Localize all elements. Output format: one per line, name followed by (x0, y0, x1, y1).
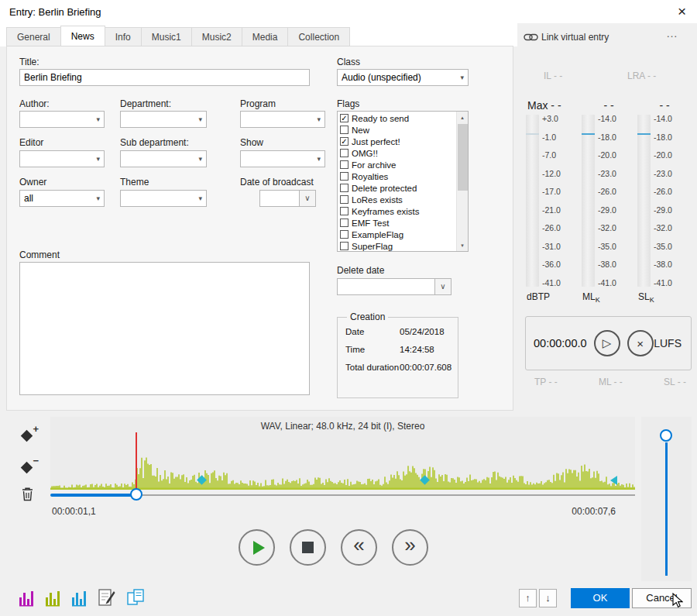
theme-select[interactable]: ▾ (120, 190, 207, 207)
tab-general[interactable]: General (6, 27, 61, 46)
flag-item[interactable]: ExampleFlag (338, 229, 456, 240)
previous-entry-button[interactable]: ↑ (519, 589, 537, 607)
show-select[interactable]: ▾ (240, 150, 325, 167)
checkbox-icon[interactable] (340, 219, 348, 227)
author-select[interactable]: ▾ (19, 111, 105, 128)
measure-reset-button[interactable]: × (627, 330, 654, 356)
checkbox-icon[interactable] (340, 160, 348, 169)
flag-item[interactable]: LoRes exists (338, 194, 456, 205)
editor-select[interactable]: ▾ (19, 150, 105, 167)
flag-item[interactable]: New (338, 124, 456, 136)
owner-select[interactable]: all▾ (19, 190, 105, 207)
chevron-down-icon[interactable]: ∨ (300, 190, 316, 207)
delete-date-value[interactable] (337, 278, 435, 295)
checkbox-icon[interactable] (340, 172, 348, 181)
waveform-display[interactable]: WAV, Linear; 48.0 kHz, 24 bit (I), Stere… (50, 417, 635, 490)
flag-item[interactable]: ✓Just perfect! (338, 136, 456, 147)
lufs-measure-panel: 00:00:00.0 ▷ × LUFS (525, 316, 692, 370)
chevron-down-icon: ▾ (93, 115, 100, 123)
checkbox-icon[interactable]: ✓ (340, 114, 348, 122)
creation-duration-row: Total duration 00:00:07.608 (345, 363, 458, 372)
meter-target-line (526, 133, 539, 135)
remove-marker-button[interactable]: − (20, 459, 40, 477)
flag-item[interactable]: Keyframes exists (338, 205, 456, 217)
broadcast-date-value[interactable] (259, 190, 300, 207)
checkbox-icon[interactable] (340, 126, 348, 134)
delete-date-picker[interactable]: ∨ (337, 278, 452, 295)
tab-music1[interactable]: Music1 (141, 27, 192, 46)
program-label: Program (240, 98, 276, 109)
volume-track[interactable] (665, 442, 668, 576)
next-entry-button[interactable]: ↓ (539, 589, 557, 607)
more-options-icon[interactable]: … (666, 26, 678, 40)
play-button[interactable] (239, 529, 275, 566)
creation-time-value: 14:24:58 (400, 345, 434, 354)
meter-unit-label: dBTP (526, 287, 580, 304)
waveform-blue-icon[interactable] (70, 587, 90, 608)
chevron-down-icon: ▾ (93, 194, 100, 202)
tab-info[interactable]: Info (105, 27, 142, 46)
tab-collection[interactable]: Collection (287, 27, 350, 46)
checkbox-icon[interactable] (340, 230, 348, 239)
end-marker-icon[interactable] (610, 476, 617, 485)
tab-music2[interactable]: Music2 (191, 27, 242, 46)
seek-slider-handle[interactable] (130, 488, 142, 501)
checkbox-icon[interactable] (340, 207, 348, 215)
title-label: Title: (19, 57, 39, 67)
rewind-button[interactable]: « (341, 529, 377, 566)
flag-label: Delete protected (352, 184, 417, 193)
flag-item[interactable]: Delete protected (338, 182, 456, 194)
scrollbar-down-icon[interactable]: ▾ (457, 239, 468, 251)
checkbox-icon[interactable] (340, 184, 348, 192)
trash-icon[interactable] (21, 487, 34, 501)
title-input[interactable]: Berlin Briefing (19, 69, 310, 86)
seek-track-empty[interactable] (137, 494, 635, 496)
scrollbar-thumb[interactable] (458, 124, 468, 191)
flag-item[interactable]: EMF Test (338, 217, 456, 229)
flags-scrollbar[interactable]: ▴ ▾ (456, 112, 468, 251)
waveform-green-icon[interactable] (43, 587, 64, 608)
chevron-down-icon: ▾ (93, 155, 100, 163)
flag-label: LoRes exists (352, 195, 403, 205)
ok-button[interactable]: OK (571, 588, 630, 608)
flag-item[interactable]: Royalties (338, 170, 456, 182)
compare-entries-icon[interactable] (125, 587, 147, 608)
chevron-down-icon[interactable]: ∨ (435, 278, 452, 295)
edit-metadata-icon[interactable] (98, 587, 116, 608)
scrollbar-up-icon[interactable]: ▴ (457, 112, 468, 123)
seek-track-filled[interactable] (50, 494, 137, 497)
program-select[interactable]: ▾ (240, 111, 325, 128)
plus-icon: + (33, 423, 39, 435)
broadcast-date-picker[interactable]: ∨ (259, 190, 316, 207)
tab-media[interactable]: Media (242, 27, 289, 46)
close-icon[interactable]: × (678, 3, 686, 20)
flag-item[interactable]: ✓Ready to send (338, 112, 456, 124)
meter-tick-label: -31.0 (542, 243, 580, 250)
stop-button[interactable] (290, 529, 326, 566)
flag-item[interactable]: SuperFlag (338, 240, 456, 252)
ml-readout: ML - - (599, 377, 623, 387)
checkbox-icon[interactable] (340, 149, 348, 157)
level-meter: - --14.0-18.0-20.0-23.0-26.0-29.0-32.0-3… (637, 99, 692, 304)
volume-slider-handle[interactable] (660, 429, 672, 442)
measure-play-button[interactable]: ▷ (594, 330, 620, 356)
meter-tick-label: -32.0 (654, 224, 692, 232)
tab-news[interactable]: News (60, 26, 105, 46)
class-select[interactable]: Audio (unspecified)▾ (337, 69, 469, 86)
meter-tick-label: -38.0 (654, 260, 692, 268)
department-select[interactable]: ▾ (120, 111, 207, 128)
flag-item[interactable]: For archive (338, 159, 456, 170)
meter-tick-label: -41.0 (542, 279, 580, 287)
forward-button[interactable]: » (392, 529, 428, 566)
waveform-pink-icon[interactable] (17, 587, 37, 608)
comment-textarea[interactable] (19, 262, 310, 395)
flag-item[interactable]: OMG!! (338, 147, 456, 159)
sub-department-select[interactable]: ▾ (120, 150, 207, 167)
playhead-marker[interactable] (136, 432, 137, 490)
checkbox-icon[interactable] (340, 242, 348, 250)
link-virtual-entry-label[interactable]: Link virtual entry (541, 32, 609, 43)
add-marker-button[interactable]: + (20, 427, 40, 446)
checkbox-icon[interactable] (340, 195, 348, 204)
checkbox-icon[interactable]: ✓ (340, 137, 348, 146)
flags-listbox[interactable]: ✓Ready to sendNew✓Just perfect!OMG!!For … (337, 111, 469, 252)
